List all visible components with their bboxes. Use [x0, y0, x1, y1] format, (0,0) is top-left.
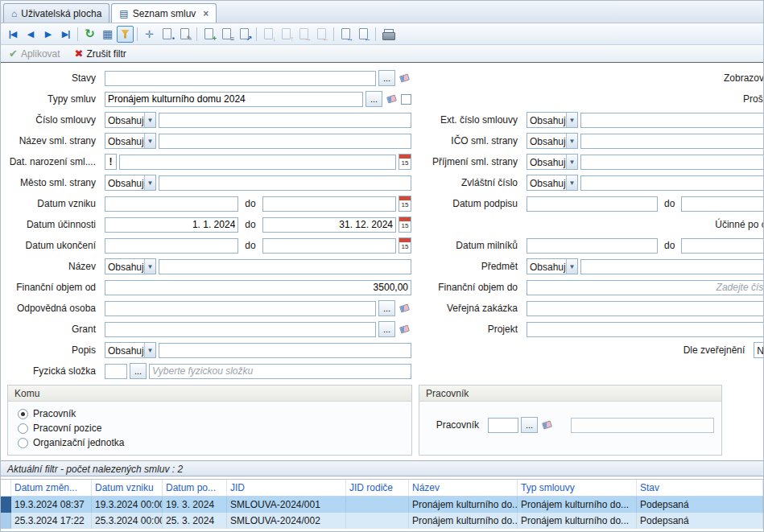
datum-milniku-do-input[interactable]: [681, 238, 764, 254]
financni-objem-od-input[interactable]: [105, 280, 411, 295]
radio-pracovnik[interactable]: Pracovník: [18, 406, 403, 421]
ext-cislo-input[interactable]: [580, 113, 764, 128]
predmet-input[interactable]: [580, 259, 764, 274]
dle-zverejneni-select[interactable]: Neomezovat▼: [754, 342, 764, 358]
ico-operator-select[interactable]: Obsahuje▼: [527, 133, 578, 149]
datum-ukonceni-do-input[interactable]: [262, 238, 396, 254]
preview-button[interactable]: •: [159, 26, 176, 43]
nav-first-button[interactable]: |◀: [4, 26, 21, 43]
nav-next-button[interactable]: ▶: [39, 26, 56, 43]
grid-header-jid[interactable]: JID: [227, 480, 346, 496]
apply-filter-button[interactable]: ✔ Aplikovat: [4, 47, 65, 60]
nazev-input[interactable]: [159, 259, 411, 274]
datum-ucinnosti-od-input[interactable]: [105, 217, 238, 233]
export-button-2[interactable]: ↑: [278, 26, 295, 43]
datum-ukonceni-calendar-button[interactable]: 15: [399, 237, 411, 254]
grid-header-typ-smlouvy[interactable]: Typ smlouvy: [518, 480, 637, 496]
datum-ucinnosti-do-input[interactable]: [262, 217, 396, 233]
refresh-button[interactable]: ↻: [81, 26, 98, 43]
receive-document-button[interactable]: ←: [355, 26, 372, 43]
grid-header-datum-vzniku[interactable]: Datum vzniku: [92, 480, 163, 496]
new-document-button[interactable]: +: [200, 26, 217, 43]
filter-button[interactable]: [117, 26, 134, 43]
grant-clear-button[interactable]: [398, 321, 411, 337]
cislo-smlouvy-operator-select[interactable]: Obsahuje▼: [105, 112, 156, 128]
nazev-strany-operator-select[interactable]: Obsahuje▼: [105, 133, 156, 149]
export-button-1[interactable]: ↓: [260, 26, 277, 43]
grid-row-1[interactable]: 19.3.2024 08:37 19.3.2024 00:00 19. 3. 2…: [1, 497, 763, 513]
stavy-clear-button[interactable]: [398, 70, 411, 86]
odpovedna-osoba-input[interactable]: [105, 301, 376, 316]
verejna-zakazka-input[interactable]: [527, 301, 764, 316]
grid-header-jid-rodice[interactable]: JID rodiče: [346, 480, 409, 496]
cislo-smlouvy-input[interactable]: [159, 113, 411, 128]
filter-row-predmet: Předmět Obsahuje▼: [415, 256, 764, 277]
datum-vzniku-do-input[interactable]: [262, 196, 396, 212]
send-document-button[interactable]: →: [337, 26, 354, 43]
datum-vzniku-calendar-button[interactable]: 15: [399, 196, 411, 212]
mesto-strany-operator-select[interactable]: Obsahuje▼: [105, 175, 156, 191]
pracovnik-browse-button[interactable]: ...: [521, 417, 538, 433]
pracovnik-code-input[interactable]: [488, 418, 518, 433]
fyzicka-slozka-browse-button[interactable]: ...: [130, 363, 147, 379]
datum-narozeni-input[interactable]: [119, 155, 396, 170]
stavy-browse-button[interactable]: ...: [378, 70, 395, 86]
print-document-button[interactable]: ≡: [218, 26, 235, 43]
typy-smluv-browse-button[interactable]: ...: [365, 91, 382, 107]
popis-input[interactable]: [159, 343, 411, 358]
edit-button[interactable]: ✎: [176, 26, 193, 43]
stavy-input[interactable]: [105, 71, 376, 86]
projekt-input[interactable]: [527, 322, 764, 337]
datum-milniku-od-input[interactable]: [527, 238, 658, 254]
pracovnik-clear-button[interactable]: [540, 417, 554, 433]
zvlastni-cislo-operator-select[interactable]: Obsahuje▼: [527, 175, 578, 191]
tab-contract-list[interactable]: ▤ Seznam smluv ×: [111, 3, 217, 23]
nav-last-button[interactable]: ▶|: [57, 26, 74, 43]
ico-input[interactable]: [580, 134, 764, 149]
mesto-strany-input[interactable]: [159, 175, 411, 191]
tab-desktop[interactable]: ⌂ Uživatelská plocha: [3, 3, 109, 23]
typy-smluv-input[interactable]: [105, 92, 363, 107]
datum-podpisu-do-input[interactable]: [681, 196, 764, 212]
zvlastni-cislo-input[interactable]: [580, 175, 764, 191]
detail-view-button[interactable]: ▦: [99, 26, 116, 43]
fyzicka-slozka-code-input[interactable]: [105, 364, 127, 379]
radio-pracovni-pozice[interactable]: Pracovní pozice: [18, 421, 403, 435]
grid-header-datum-podpisu[interactable]: Datum po...: [163, 480, 227, 496]
nazev-operator-select[interactable]: Obsahuje▼: [105, 258, 156, 274]
fyzicka-slozka-name-input[interactable]: [149, 364, 411, 379]
grid-header-nazev[interactable]: Název: [409, 480, 518, 496]
copy-document-button[interactable]: ↗: [236, 26, 253, 43]
print-button[interactable]: [379, 26, 396, 43]
radio-organizacni-jednotka[interactable]: Organizační jednotka: [18, 435, 403, 450]
grid-header-datum-zmeny[interactable]: Datum změn...: [11, 480, 92, 496]
row-selector[interactable]: [1, 497, 11, 513]
popis-operator-select[interactable]: Obsahuje▼: [105, 342, 156, 358]
clear-filter-button[interactable]: ✖ Zrušit filtr: [70, 47, 131, 60]
grid-header-stav[interactable]: Stav: [637, 480, 763, 496]
row-selector[interactable]: [1, 513, 11, 529]
odpovedna-osoba-clear-button[interactable]: [398, 300, 411, 316]
financni-objem-do-input[interactable]: [527, 280, 764, 295]
close-icon[interactable]: ×: [203, 8, 209, 19]
typy-smluv-clear-button[interactable]: [385, 91, 399, 107]
datum-ukonceni-od-input[interactable]: [105, 238, 238, 254]
grant-browse-button[interactable]: ...: [378, 321, 395, 337]
grid-row-2[interactable]: 25.3.2024 17:22 25.3.2024 00:00 25. 3. 2…: [1, 513, 763, 529]
datum-narozeni-calendar-button[interactable]: 15: [399, 154, 411, 170]
nazev-strany-input[interactable]: [159, 134, 411, 149]
ext-cislo-operator-select[interactable]: Obsahuje▼: [527, 112, 578, 128]
odpovedna-osoba-browse-button[interactable]: ...: [378, 300, 395, 316]
datum-vzniku-od-input[interactable]: [105, 196, 238, 212]
move-button[interactable]: ✛: [141, 26, 158, 43]
datum-ucinnosti-calendar-button[interactable]: 15: [399, 217, 411, 233]
export-button-3[interactable]: →: [295, 26, 312, 43]
grant-input[interactable]: [105, 322, 376, 337]
nav-prev-button[interactable]: ◀: [22, 26, 39, 43]
prijmeni-operator-select[interactable]: Obsahuje▼: [527, 154, 578, 170]
export-button-4[interactable]: ←: [313, 26, 330, 43]
prijmeni-input[interactable]: [580, 155, 764, 170]
datum-podpisu-od-input[interactable]: [527, 196, 658, 212]
typy-smluv-checkbox[interactable]: [401, 94, 411, 105]
predmet-operator-select[interactable]: Obsahuje▼: [527, 258, 578, 274]
